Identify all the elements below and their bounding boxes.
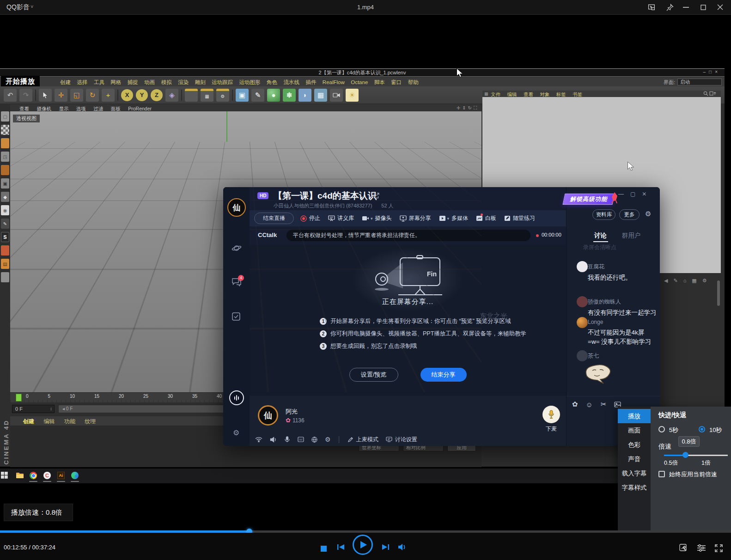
object-menu-item[interactable]: 查看 — [524, 91, 533, 97]
end-share-button[interactable]: 结束分享 — [420, 368, 467, 382]
panel-grid-icon[interactable]: ▦ — [484, 91, 488, 97]
avatar[interactable] — [577, 296, 588, 307]
c4d-window-controls[interactable]: –□× — [703, 69, 721, 74]
radio-5s[interactable] — [658, 426, 665, 432]
stop-button[interactable] — [321, 546, 327, 552]
always-apply-label[interactable]: 始终应用当前倍速 — [669, 470, 717, 479]
speaker-icon[interactable] — [270, 437, 277, 443]
external-link-icon[interactable] — [373, 193, 379, 199]
menu-item[interactable]: 运动跟踪 — [212, 79, 233, 85]
avatar[interactable]: 仙 — [227, 198, 246, 217]
maximize-icon[interactable]: ▢ — [630, 191, 635, 197]
next-button[interactable] — [381, 544, 390, 550]
menu-item[interactable]: 帮助 — [408, 79, 419, 85]
deformer-icon[interactable]: ◗ — [298, 89, 311, 102]
light-icon[interactable]: ☀ — [346, 89, 359, 102]
tool-icon[interactable]: ✎ — [1, 219, 9, 229]
menu-item[interactable]: RealFlow — [323, 79, 345, 85]
tool-icon[interactable] — [1, 125, 9, 135]
tool-icon[interactable]: ◉ — [1, 205, 9, 215]
stop-button[interactable]: 停止 — [300, 214, 320, 222]
viewport-menu-item[interactable]: 摄像机 — [37, 106, 51, 111]
pin-icon[interactable] — [666, 4, 675, 11]
discussion-settings-icon[interactable] — [386, 437, 392, 442]
discussion-settings-label[interactable]: 讨论设置 — [395, 436, 417, 444]
search-icon[interactable] — [703, 91, 718, 96]
fullscreen-icon[interactable] — [714, 544, 723, 553]
tasks-icon[interactable] — [231, 312, 241, 321]
viewport-label[interactable]: 透视视图 — [13, 115, 40, 122]
mic-mode-icon[interactable] — [347, 437, 353, 443]
mini-mode-icon[interactable] — [648, 4, 656, 11]
chat-user-name[interactable]: Longe — [588, 319, 603, 325]
tool-icon[interactable]: ▣ — [1, 178, 9, 189]
radio-5s-label[interactable]: 5秒 — [669, 426, 678, 434]
mic-icon[interactable] — [284, 436, 290, 443]
render-view-icon[interactable] — [185, 89, 198, 102]
menu-item[interactable]: 窗口 — [391, 79, 402, 85]
chat-user-name[interactable]: 茶七 — [588, 352, 599, 360]
camera-button[interactable]: ▾ 摄像头 — [362, 214, 392, 222]
material-menu-item[interactable]: 纹理 — [85, 418, 96, 425]
library-button[interactable]: 资料库 — [592, 209, 615, 220]
axis-x-lock-icon[interactable]: X — [121, 89, 133, 101]
gear-icon[interactable]: ⚙ — [645, 210, 651, 218]
object-menu-item[interactable]: 文件 — [491, 91, 500, 97]
flower-icon[interactable]: ✿ — [572, 400, 578, 408]
gear-icon[interactable]: ⚙ — [233, 428, 239, 437]
material-menu-item[interactable]: 编辑 — [43, 418, 55, 425]
messages-icon[interactable]: 4 — [231, 278, 242, 287]
viewport-menu-item[interactable]: ProRender — [128, 106, 152, 111]
generator-icon[interactable]: ✽ — [283, 89, 296, 102]
interface-select[interactable]: 界面:启动 — [664, 77, 722, 86]
tab-discussion[interactable]: 讨论 — [594, 231, 607, 240]
settings-tab-color[interactable]: 色彩 — [618, 438, 651, 452]
axis-y-lock-icon[interactable]: Y — [136, 89, 148, 101]
tab-members[interactable]: 群用户 — [622, 231, 641, 240]
previous-button[interactable] — [337, 544, 345, 550]
tool-icon[interactable] — [1, 138, 9, 148]
close-icon[interactable] — [717, 4, 725, 12]
coord-system-icon[interactable]: ◈ — [165, 89, 178, 102]
settings-gear-icon[interactable]: ⚙ — [325, 436, 331, 443]
radio-10s-label[interactable]: 10秒 — [709, 426, 722, 434]
avatar[interactable] — [577, 261, 588, 272]
menu-item[interactable]: 运动图形 — [239, 79, 261, 85]
tool-icon[interactable]: ◳ — [1, 152, 9, 162]
axis-z-lock-icon[interactable]: Z — [151, 89, 163, 101]
tool-icon[interactable]: ▢ — [1, 111, 9, 122]
screenshot-tool-icon[interactable] — [679, 544, 688, 553]
upgrade-banner[interactable]: 解锁高级功能 — [562, 194, 615, 205]
redo-icon[interactable]: ↷ — [19, 89, 32, 102]
object-menu-item[interactable]: 标签 — [556, 91, 566, 97]
array-icon[interactable]: ▦ — [314, 89, 327, 102]
close-icon[interactable]: ✕ — [642, 191, 646, 197]
settings-tab-sound[interactable]: 声音 — [618, 452, 651, 466]
menu-item[interactable]: 网格 — [110, 79, 121, 85]
cctalk-window-controls[interactable]: —▢✕ — [618, 191, 653, 197]
camera-icon[interactable] — [330, 89, 343, 102]
end-live-button[interactable]: 结束直播 — [254, 213, 294, 224]
object-menu-item[interactable]: 书签 — [573, 91, 582, 97]
illustrator-icon[interactable]: Ai — [57, 472, 65, 480]
viewport-menu-item[interactable]: 选项 — [76, 106, 86, 111]
screen-share-button[interactable]: 屏幕分享 — [400, 214, 431, 222]
move-tool-icon[interactable]: ✛ — [55, 89, 67, 102]
windows-start-icon[interactable] — [1, 472, 9, 480]
interface-value[interactable]: 启动 — [677, 79, 722, 85]
menu-item[interactable]: 角色 — [267, 79, 277, 85]
subdivision-surface-icon[interactable]: ● — [267, 89, 280, 102]
render-settings-icon[interactable]: ⚙ — [216, 89, 229, 102]
pen-spline-icon[interactable]: ✎ — [251, 89, 264, 102]
avatar[interactable] — [577, 350, 588, 361]
menu-item[interactable]: 选择 — [77, 79, 87, 85]
planet-icon[interactable] — [231, 243, 242, 253]
render-to-pv-icon[interactable]: ▦ — [201, 89, 213, 102]
menu-item[interactable]: 捕捉 — [128, 79, 138, 85]
menu-item[interactable]: 插件 — [305, 79, 316, 85]
avatar[interactable] — [577, 317, 588, 328]
material-menu-item[interactable]: 创建 — [23, 418, 34, 425]
timeline-playhead[interactable] — [16, 394, 22, 402]
volume-button[interactable] — [398, 543, 407, 551]
select-tool-icon[interactable] — [39, 89, 52, 102]
